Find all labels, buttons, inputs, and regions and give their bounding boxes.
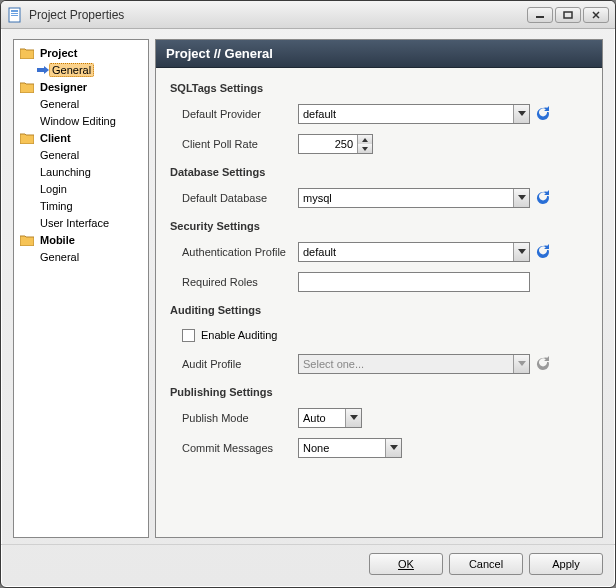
content-area: ProjectGeneralDesignerGeneralWindow Edit… [1,29,615,544]
tree-category[interactable]: Project [17,44,145,61]
svg-marker-13 [518,361,526,366]
section-publishing: Publishing Settings [170,386,588,398]
default-provider-label: Default Provider [170,108,298,120]
nav-tree: ProjectGeneralDesignerGeneralWindow Edit… [13,39,149,538]
svg-rect-5 [564,12,572,18]
refresh-icon[interactable] [534,105,552,123]
tree-category[interactable]: Designer [17,78,145,95]
publish-mode-label: Publish Mode [170,412,298,424]
tree-item[interactable]: Login [17,180,145,197]
folder-icon [19,46,35,60]
audit-profile-label: Audit Profile [170,358,298,370]
tree-item[interactable]: Timing [17,197,145,214]
svg-marker-8 [518,111,526,116]
chevron-down-icon [513,189,529,207]
section-security: Security Settings [170,220,588,232]
enable-auditing-label: Enable Auditing [201,329,277,341]
folder-icon [19,80,35,94]
chevron-down-icon [385,439,401,457]
svg-marker-12 [518,249,526,254]
refresh-icon [534,355,552,373]
tree-item[interactable]: General [17,146,145,163]
commit-messages-label: Commit Messages [170,442,298,454]
folder-icon [19,131,35,145]
tree-category[interactable]: Mobile [17,231,145,248]
close-button[interactable] [583,7,609,23]
panel-body: SQLTags Settings Default Provider defaul… [156,68,602,470]
tree-item-label: Launching [37,165,94,179]
enable-auditing-checkbox[interactable] [182,329,195,342]
tree-item-label: Login [37,182,70,196]
spinner-down[interactable] [358,144,372,153]
required-roles-input[interactable] [298,272,530,292]
window: Project Properties ProjectGeneralDesigne… [0,0,616,588]
refresh-icon[interactable] [534,243,552,261]
refresh-icon[interactable] [534,189,552,207]
tree-item-label: User Interface [37,216,112,230]
tree-item[interactable]: Window Editing [17,112,145,129]
auth-profile-combo[interactable]: default [298,242,530,262]
maximize-button[interactable] [555,7,581,23]
tree-item[interactable]: General [17,248,145,265]
default-database-combo[interactable]: mysql [298,188,530,208]
ok-button[interactable]: OK [369,553,443,575]
tree-item-label: General [49,63,94,77]
tree-item[interactable]: Launching [17,163,145,180]
commit-messages-combo[interactable]: None [298,438,402,458]
tree-item-label: Window Editing [37,114,119,128]
client-poll-input[interactable] [299,135,357,153]
tree-item[interactable]: User Interface [17,214,145,231]
minimize-button[interactable] [527,7,553,23]
button-bar: OK Cancel Apply [1,544,615,587]
titlebar: Project Properties [1,1,615,29]
folder-icon [19,233,35,247]
svg-marker-15 [390,445,398,450]
default-database-label: Default Database [170,192,298,204]
window-title: Project Properties [29,8,527,22]
svg-marker-11 [518,195,526,200]
section-sqltags: SQLTags Settings [170,82,588,94]
tree-item-label: Designer [37,80,90,94]
auth-profile-label: Authentication Profile [170,246,298,258]
tree-item[interactable]: General [17,61,145,78]
chevron-down-icon [513,355,529,373]
app-icon [7,7,23,23]
svg-rect-4 [536,16,544,18]
svg-rect-1 [11,10,18,12]
audit-profile-combo: Select one... [298,354,530,374]
client-poll-spinner[interactable] [298,134,373,154]
tree-category[interactable]: Client [17,129,145,146]
svg-marker-14 [350,415,358,420]
tree-item-label: General [37,148,82,162]
section-database: Database Settings [170,166,588,178]
panel-header: Project // General [156,40,602,68]
spinner-up[interactable] [358,135,372,144]
publish-mode-combo[interactable]: Auto [298,408,362,428]
arrow-right-icon [37,65,49,75]
cancel-button[interactable]: Cancel [449,553,523,575]
chevron-down-icon [513,105,529,123]
svg-rect-2 [11,13,18,14]
tree-item-label: Client [37,131,74,145]
svg-rect-3 [11,15,18,16]
required-roles-label: Required Roles [170,276,298,288]
tree-item-label: Timing [37,199,76,213]
tree-item[interactable]: General [17,95,145,112]
chevron-down-icon [345,409,361,427]
window-controls [527,7,609,23]
svg-marker-10 [362,147,368,151]
chevron-down-icon [513,243,529,261]
default-provider-combo[interactable]: default [298,104,530,124]
apply-button[interactable]: Apply [529,553,603,575]
tree-item-label: Project [37,46,80,60]
client-poll-label: Client Poll Rate [170,138,298,150]
main-panel: Project // General SQLTags Settings Defa… [155,39,603,538]
tree-item-label: General [37,250,82,264]
svg-marker-9 [362,138,368,142]
section-auditing: Auditing Settings [170,304,588,316]
tree-item-label: Mobile [37,233,78,247]
tree-item-label: General [37,97,82,111]
